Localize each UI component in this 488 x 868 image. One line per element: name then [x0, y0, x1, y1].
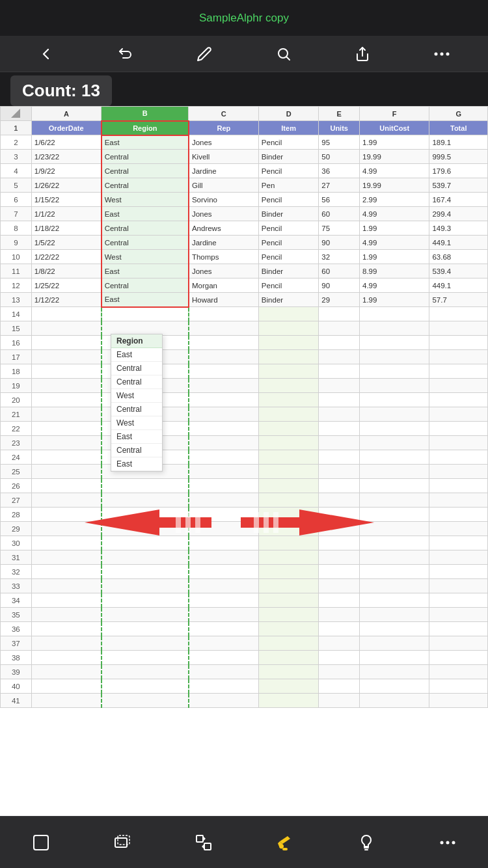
table-row: 61/15/22WestSorvinoPencil562.99167.4	[1, 193, 488, 207]
empty-cell	[319, 336, 360, 350]
bottom-icon-transform[interactable]	[187, 826, 220, 859]
col-header-b[interactable]: B	[102, 107, 189, 121]
empty-cell	[429, 651, 488, 665]
app-title: SampleAlphr copy	[199, 12, 289, 25]
corner-cell	[1, 107, 32, 121]
share-button[interactable]	[348, 40, 377, 68]
empty-cell	[319, 393, 360, 407]
empty-cell	[319, 665, 360, 679]
bottom-icon-frame[interactable]	[25, 826, 57, 859]
dropdown-item[interactable]: East	[111, 348, 162, 362]
empty-cell	[429, 608, 488, 622]
region-cell: East	[102, 135, 189, 150]
autocomplete-dropdown[interactable]: Region East Central Central West Central…	[111, 334, 163, 472]
region-cell: West	[102, 193, 189, 207]
dropdown-item[interactable]: Central	[111, 444, 162, 457]
empty-cell	[319, 307, 360, 321]
data-cell: 4.99	[360, 278, 429, 293]
empty-row: 29	[1, 522, 488, 536]
dropdown-item[interactable]: East	[111, 430, 162, 444]
col-header-f[interactable]: F	[360, 107, 429, 121]
data-cell: 1/22/22	[31, 250, 101, 264]
empty-row: 26	[1, 479, 488, 493]
back-button[interactable]	[32, 40, 61, 68]
spreadsheet[interactable]: A B C D E F G 1 OrderDate Region Rep Ite…	[0, 106, 488, 816]
row-number: 9	[1, 236, 32, 250]
table-row: 51/26/22CentralGillPen2719.99539.7	[1, 178, 488, 193]
empty-cell	[319, 508, 360, 522]
data-cell: Jones	[189, 207, 258, 221]
empty-cell	[360, 651, 429, 665]
row-number: 20	[1, 393, 32, 407]
bottom-icon-paint[interactable]	[269, 826, 301, 859]
header-unitcost: UnitCost	[360, 121, 429, 135]
empty-cell	[429, 679, 488, 694]
dropdown-item[interactable]: Central	[111, 362, 162, 375]
bottom-icon-lightbulb[interactable]	[350, 826, 383, 859]
empty-cell	[319, 550, 360, 565]
empty-region-cell	[102, 651, 189, 665]
bottom-toolbar	[0, 816, 488, 868]
empty-cell	[189, 622, 258, 636]
empty-cell	[31, 508, 101, 522]
undo-button[interactable]	[111, 40, 139, 68]
empty-d-cell	[258, 694, 319, 708]
region-cell: Central	[102, 278, 189, 293]
table-row: 71/1/22EastJonesBinder604.99299.4	[1, 207, 488, 221]
empty-cell	[189, 608, 258, 622]
dropdown-item[interactable]: Central	[111, 403, 162, 416]
empty-cell	[319, 350, 360, 364]
more-button[interactable]	[427, 40, 456, 68]
bottom-icon-layers[interactable]	[106, 826, 139, 859]
empty-cell	[319, 379, 360, 393]
empty-region-cell	[102, 565, 189, 579]
empty-d-cell	[258, 665, 319, 679]
table-row: 121/25/22CentralMorganPencil904.99449.1	[1, 278, 488, 293]
empty-cell	[360, 364, 429, 379]
empty-row: 37	[1, 636, 488, 651]
svg-marker-5	[11, 109, 20, 118]
data-cell: Pencil	[258, 236, 319, 250]
pen-button[interactable]	[190, 40, 219, 68]
col-header-c[interactable]: C	[189, 107, 258, 121]
empty-cell	[360, 450, 429, 465]
empty-cell	[189, 407, 258, 422]
empty-cell	[360, 493, 429, 508]
data-cell: 1.99	[360, 221, 429, 236]
empty-row: 16	[1, 336, 488, 350]
col-header-e[interactable]: E	[319, 107, 360, 121]
svg-point-25	[446, 841, 449, 844]
dropdown-item[interactable]: Central	[111, 375, 162, 389]
dropdown-item[interactable]: West	[111, 389, 162, 403]
empty-d-cell	[258, 550, 319, 565]
empty-d-cell	[258, 622, 319, 636]
empty-cell	[429, 550, 488, 565]
empty-cell	[31, 565, 101, 579]
count-row: Count: 13	[0, 72, 488, 106]
empty-cell	[31, 307, 101, 321]
data-cell: 1/12/22	[31, 293, 101, 307]
empty-cell	[429, 493, 488, 508]
empty-row: 19	[1, 379, 488, 393]
row-number: 29	[1, 522, 32, 536]
data-cell: 90	[319, 278, 360, 293]
main-content: Count: 13	[0, 72, 488, 816]
dropdown-item[interactable]: East	[111, 457, 162, 471]
dropdown-item[interactable]: West	[111, 416, 162, 430]
col-header-a[interactable]: A	[31, 107, 101, 121]
empty-cell	[360, 565, 429, 579]
empty-cell	[31, 379, 101, 393]
search-button[interactable]	[269, 40, 298, 68]
empty-row: 23	[1, 436, 488, 450]
col-header-d[interactable]: D	[258, 107, 319, 121]
empty-d-cell	[258, 450, 319, 465]
data-cell: 179.6	[429, 164, 488, 178]
bottom-icon-more[interactable]	[431, 826, 464, 859]
empty-row: 25	[1, 465, 488, 479]
empty-cell	[360, 379, 429, 393]
col-header-g[interactable]: G	[429, 107, 488, 121]
row-num-header: 1	[1, 121, 32, 135]
empty-region-cell	[102, 608, 189, 622]
empty-d-cell	[258, 379, 319, 393]
empty-cell	[360, 407, 429, 422]
